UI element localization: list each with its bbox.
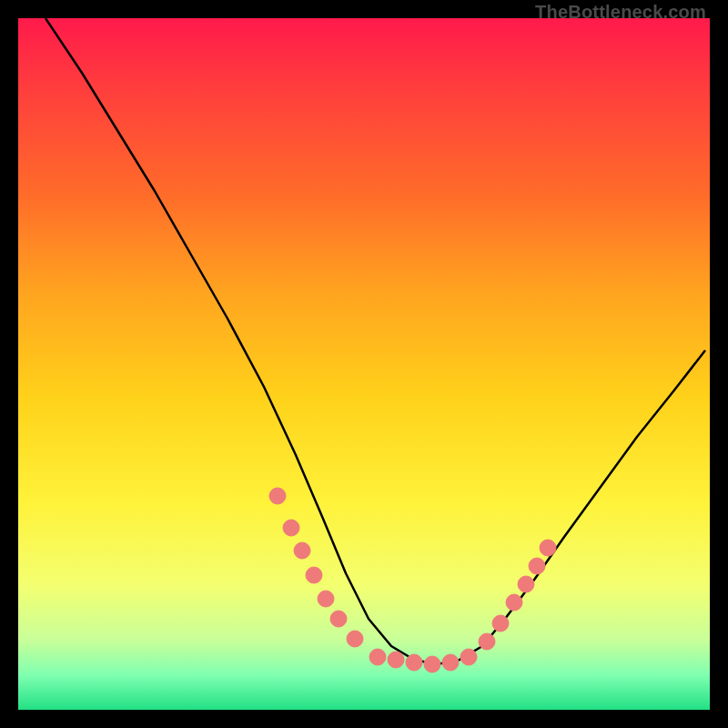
marker-group [269, 488, 556, 672]
curve-marker [283, 520, 299, 536]
plot-area [18, 18, 710, 710]
curve-marker [492, 615, 509, 632]
chart-container: TheBottleneck.com [0, 0, 728, 728]
curve-marker [406, 654, 422, 671]
curve-marker [518, 576, 534, 592]
curve-marker [330, 611, 347, 627]
curve-marker [529, 558, 545, 574]
curve-marker [388, 652, 404, 668]
curve-marker [269, 488, 286, 504]
bottleneck-curve-path [46, 18, 705, 664]
curve-svg [18, 18, 710, 710]
curve-marker [294, 542, 310, 559]
curve-marker [460, 649, 477, 665]
curve-marker [442, 654, 459, 671]
curve-marker [306, 567, 322, 583]
curve-marker [424, 656, 440, 672]
curve-marker [369, 649, 386, 665]
curve-marker [479, 633, 495, 650]
curve-marker [506, 594, 522, 611]
curve-marker [318, 591, 334, 607]
curve-marker [347, 631, 363, 647]
curve-marker [540, 540, 556, 556]
